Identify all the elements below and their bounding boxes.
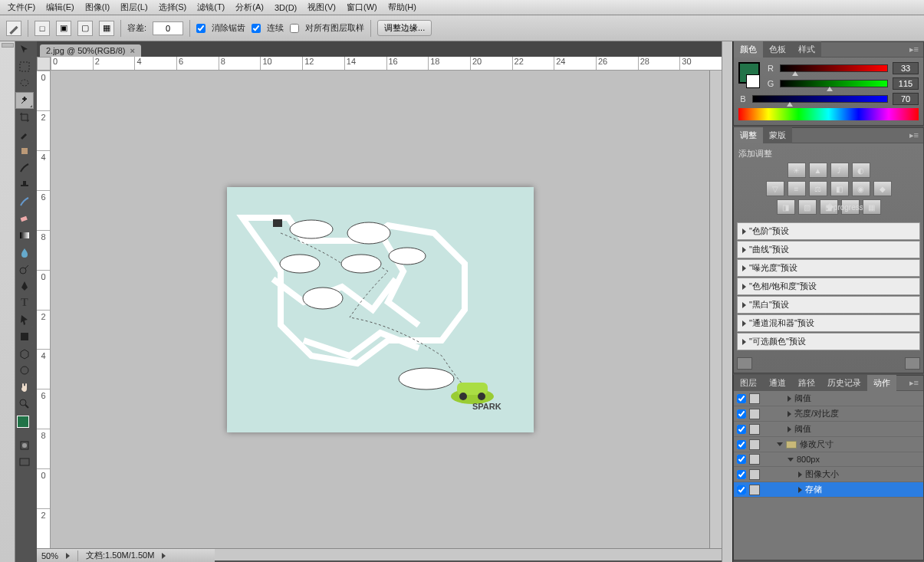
eyedropper-tool[interactable]	[15, 126, 34, 143]
chan-mixer-icon[interactable]: ◆	[873, 181, 892, 196]
selcolor-icon[interactable]: ▦	[863, 199, 881, 215]
brightness-icon[interactable]: ☀	[788, 163, 806, 178]
green-input[interactable]	[893, 77, 919, 90]
levels-icon[interactable]: ▲	[809, 163, 827, 178]
path-select-tool[interactable]	[15, 311, 34, 328]
background-swatch[interactable]	[746, 74, 760, 88]
chevron-icon[interactable]	[788, 411, 791, 417]
menu-item[interactable]: 图层(L)	[116, 0, 152, 15]
preset-item[interactable]: "黑白"预设	[737, 296, 920, 314]
action-row[interactable]: 图像大小	[734, 467, 923, 482]
huesat-icon[interactable]: ≡	[788, 181, 806, 196]
tab-actions[interactable]: 动作	[867, 375, 896, 391]
chevron-icon[interactable]	[788, 426, 791, 432]
photo-filter-icon[interactable]: ◉	[852, 181, 870, 196]
menu-item[interactable]: 视图(V)	[303, 0, 340, 15]
zoom-tool[interactable]	[15, 396, 34, 412]
menu-item[interactable]: 选择(S)	[154, 0, 192, 15]
menu-item[interactable]: 分析(A)	[231, 0, 268, 15]
curves-icon[interactable]: ⤴	[830, 163, 849, 178]
color-swatches[interactable]	[17, 416, 35, 434]
tab-layers[interactable]: 图层	[734, 375, 763, 391]
menu-item[interactable]: 图像(I)	[81, 0, 114, 15]
preset-item[interactable]: "色相/饱和度"预设	[737, 278, 920, 295]
vibrance-icon[interactable]: ▽	[766, 181, 784, 196]
history-brush-tool[interactable]	[15, 193, 34, 210]
clip-icon[interactable]	[905, 357, 920, 370]
action-toggle[interactable]	[737, 409, 746, 419]
gradmap-icon[interactable]: �progressbar	[841, 199, 860, 215]
panel-dock-strip[interactable]	[722, 41, 732, 562]
ruler-origin[interactable]	[37, 57, 51, 71]
antialias-checkbox[interactable]	[196, 24, 206, 33]
lasso-tool[interactable]	[15, 75, 34, 92]
menu-item[interactable]: 帮助(H)	[383, 0, 421, 15]
action-dialog-toggle[interactable]	[749, 409, 760, 419]
magic-wand-tool[interactable]	[15, 92, 34, 109]
hand-tool[interactable]	[15, 379, 34, 396]
eraser-tool[interactable]	[15, 210, 34, 227]
action-toggle[interactable]	[737, 425, 746, 434]
document-tab[interactable]: 2.jpg @ 50%(RGB/8) ×	[40, 44, 141, 57]
action-row[interactable]: 阈值	[734, 422, 923, 437]
tab-channels[interactable]: 通道	[763, 375, 792, 391]
chevron-icon[interactable]	[788, 458, 794, 462]
crop-tool[interactable]	[15, 109, 34, 126]
ruler-horizontal[interactable]: 024681012141618202224262830	[51, 57, 722, 71]
stamp-tool[interactable]	[15, 176, 34, 193]
shape-tool[interactable]	[15, 328, 34, 345]
action-row[interactable]: 亮度/对比度	[734, 406, 923, 422]
blue-input[interactable]	[893, 93, 919, 105]
sample-all-checkbox[interactable]	[290, 24, 299, 33]
chevron-icon[interactable]	[777, 442, 783, 446]
green-slider[interactable]	[780, 80, 888, 87]
contiguous-checkbox[interactable]	[252, 24, 261, 33]
posterize-icon[interactable]: ▨	[798, 199, 817, 215]
action-dialog-toggle[interactable]	[749, 485, 760, 495]
red-slider[interactable]	[780, 64, 888, 72]
action-dialog-toggle[interactable]	[749, 469, 760, 480]
action-row[interactable]: 800px	[734, 452, 923, 467]
action-row[interactable]: 阈值	[734, 391, 923, 406]
action-dialog-toggle[interactable]	[749, 439, 760, 450]
chevron-icon[interactable]	[798, 487, 802, 493]
heal-tool[interactable]	[15, 143, 34, 159]
canvas-area[interactable]: SPARK	[51, 71, 709, 548]
close-tab-icon[interactable]: ×	[130, 46, 135, 55]
red-input[interactable]	[893, 62, 919, 74]
action-dialog-toggle[interactable]	[749, 424, 760, 435]
preset-item[interactable]: "曲线"预设	[737, 241, 920, 258]
type-tool[interactable]: T	[15, 294, 34, 311]
tab-paths[interactable]: 路径	[792, 375, 821, 391]
chevron-icon[interactable]	[788, 396, 791, 402]
tab-swatches[interactable]: 色板	[763, 41, 792, 58]
action-dialog-toggle[interactable]	[749, 393, 760, 404]
action-toggle[interactable]	[737, 394, 746, 403]
ruler-vertical[interactable]: 024680246802	[37, 71, 51, 548]
menu-item[interactable]: 文件(F)	[3, 0, 40, 15]
menu-item[interactable]: 窗口(W)	[342, 0, 382, 15]
colorbal-icon[interactable]: ⚖	[809, 181, 827, 196]
action-toggle[interactable]	[737, 440, 746, 449]
preset-item[interactable]: "通道混和器"预设	[737, 314, 920, 332]
3d-camera-tool[interactable]	[15, 362, 34, 379]
3d-tool[interactable]	[15, 345, 34, 362]
status-menu-icon[interactable]	[162, 553, 166, 559]
bw-icon[interactable]: ◧	[830, 181, 849, 196]
tab-masks[interactable]: 蒙版	[763, 127, 792, 143]
preset-item[interactable]: "曝光度"预设	[737, 259, 920, 277]
horizontal-scrollbar[interactable]	[215, 548, 722, 560]
subtract-selection-icon[interactable]: ▢	[77, 21, 93, 36]
panel-menu-icon[interactable]: ▸≡	[905, 130, 923, 140]
panel-menu-icon[interactable]: ▸≡	[905, 44, 923, 54]
action-toggle[interactable]	[737, 455, 746, 464]
blur-tool[interactable]	[15, 244, 34, 261]
preset-item[interactable]: "可选颜色"预设	[737, 333, 920, 350]
action-row[interactable]: 存储	[734, 482, 923, 498]
quickmask-toggle[interactable]	[15, 437, 34, 454]
return-icon[interactable]	[737, 357, 752, 370]
tab-adjustments[interactable]: 调整	[734, 127, 763, 143]
panel-menu-icon[interactable]: ▸≡	[905, 378, 923, 388]
chevron-icon[interactable]	[798, 472, 802, 478]
blue-slider[interactable]	[752, 95, 888, 103]
